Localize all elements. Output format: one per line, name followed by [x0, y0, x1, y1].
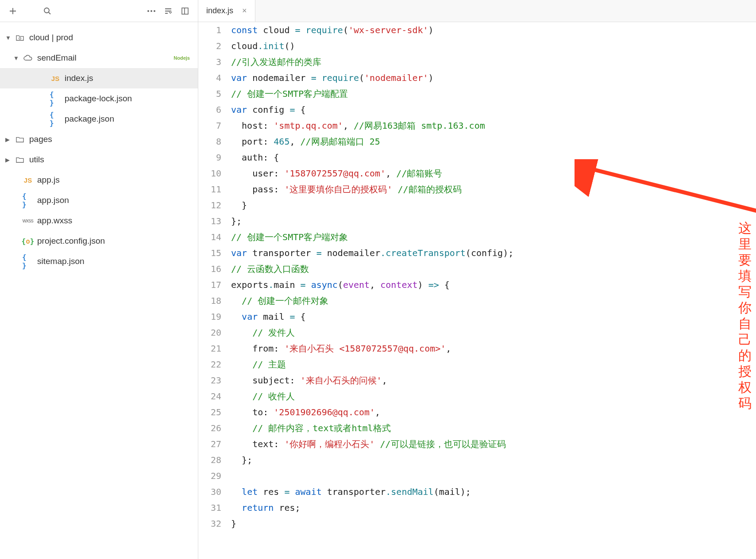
tree-item-sendemail[interactable]: ▼sendEmailNodejs	[0, 48, 198, 68]
tree-item-cloud---prod[interactable]: ▼cloud | prod	[0, 27, 198, 48]
collapse-button[interactable]	[160, 3, 177, 19]
code-line[interactable]: // 创建一个SMTP客户端配置	[231, 86, 756, 102]
code-token: var	[231, 73, 247, 83]
code-line[interactable]: text: '你好啊，编程小石头' //可以是链接，也可以是验证码	[231, 436, 756, 452]
json-icon: { }	[50, 114, 61, 124]
tree-item-package-lock-json[interactable]: { }package-lock.json	[0, 88, 198, 109]
code-line[interactable]: // 主题	[231, 356, 756, 372]
code-token: // 发件人	[252, 327, 295, 338]
code-token: exports	[231, 280, 268, 290]
tree-item-app-js[interactable]: JSapp.js	[0, 170, 198, 190]
folder-icon	[14, 134, 26, 144]
code-line[interactable]: var transporter = nodemailer.createTrans…	[231, 245, 756, 261]
tree-item-label: package.json	[65, 114, 198, 124]
code-line[interactable]: // 创建一个邮件对象	[231, 293, 756, 309]
code-line[interactable]: // 创建一个SMTP客户端对象	[231, 229, 756, 245]
code-token: 'wx-server-sdk'	[348, 25, 428, 35]
code-line[interactable]: var nodemailer = require('nodemailer')	[231, 70, 756, 86]
line-number: 22	[198, 356, 221, 372]
line-number: 6	[198, 102, 221, 118]
tree-item-utils[interactable]: ▶utils	[0, 149, 198, 170]
expand-arrow-icon[interactable]: ▶	[5, 136, 14, 143]
line-number: 17	[198, 277, 221, 293]
expand-arrow-icon[interactable]: ▶	[5, 157, 14, 163]
code-token: };	[231, 455, 252, 465]
tree-item-sitemap-json[interactable]: { }sitemap.json	[0, 251, 198, 272]
code-line[interactable]: subject: '来自小石头的问候',	[231, 372, 756, 388]
tab-indexjs[interactable]: index.js ×	[198, 0, 255, 22]
code-token: (	[338, 280, 343, 290]
svg-point-5	[19, 38, 21, 39]
code-line[interactable]: return res;	[231, 500, 756, 516]
line-number: 15	[198, 245, 221, 261]
code-line[interactable]: const cloud = require('wx-server-sdk')	[231, 22, 756, 38]
code-token: // 创建一个邮件对象	[242, 295, 328, 306]
line-number: 30	[198, 484, 221, 500]
code-line[interactable]: // 邮件内容，text或者html格式	[231, 420, 756, 436]
code-line[interactable]: user: '1587072557@qq.com', //邮箱账号	[231, 165, 756, 181]
file-explorer: ▼cloud | prod▼sendEmailNodejsJSindex.js{…	[0, 22, 198, 559]
code-line[interactable]: from: '来自小石头 <1587072557@qq.com>',	[231, 341, 756, 356]
code-line[interactable]: host: 'smtp.qq.com', //网易163邮箱 smtp.163.…	[231, 118, 756, 134]
tree-item-index-js[interactable]: JSindex.js	[0, 68, 198, 88]
annotation-text: 这里要填写你自己的授权码	[738, 220, 756, 411]
code-token: event	[343, 280, 370, 290]
tree-item-app-json[interactable]: { }app.json	[0, 190, 198, 211]
cloud-icon	[22, 53, 34, 63]
code-line[interactable]: pass: '这里要填你自己的授权码' //邮箱的授权码	[231, 181, 756, 197]
line-number: 26	[198, 420, 221, 436]
code-token: await	[295, 486, 322, 497]
code-line[interactable]: auth: {	[231, 149, 756, 165]
code-editor[interactable]: 1234567891011121314151617181920212223242…	[198, 22, 756, 559]
code-line[interactable]: to: '2501902696@qq.com',	[231, 404, 756, 420]
code-token: =	[284, 486, 289, 497]
code-line[interactable]: //引入发送邮件的类库	[231, 54, 756, 70]
code-line[interactable]: exports.main = async(event, context) => …	[231, 277, 756, 293]
expand-arrow-icon[interactable]: ▼	[5, 34, 14, 41]
code-line[interactable]: // 收件人	[231, 388, 756, 404]
code-token: context	[380, 280, 417, 290]
code-line[interactable]: port: 465, //网易邮箱端口 25	[231, 134, 756, 149]
tree-item-pages[interactable]: ▶pages	[0, 129, 198, 149]
code-line[interactable]: // 云函数入口函数	[231, 261, 756, 277]
add-button[interactable]	[4, 3, 21, 19]
code-token: var	[231, 248, 247, 258]
search-button[interactable]	[39, 3, 56, 19]
code-line[interactable]: var config = {	[231, 102, 756, 118]
more-button[interactable]	[143, 3, 160, 19]
tree-item-label: app.wxss	[37, 216, 198, 226]
code-token: '你好啊，编程小石头'	[284, 439, 374, 449]
code-token	[316, 73, 322, 83]
line-number: 27	[198, 436, 221, 452]
code-token: (mail);	[434, 486, 471, 497]
code-token	[393, 184, 398, 195]
code-token: user:	[231, 168, 284, 179]
code-token: return	[242, 502, 274, 513]
tree-item-app-wxss[interactable]: wxssapp.wxss	[0, 211, 198, 231]
expand-arrow-icon[interactable]: ▼	[13, 55, 22, 61]
code-token: ,	[343, 120, 354, 131]
code-token: res	[258, 486, 284, 497]
tree-item-package-json[interactable]: { }package.json	[0, 109, 198, 129]
code-line[interactable]: var mail = {	[231, 309, 756, 325]
code-line[interactable]: };	[231, 213, 756, 229]
code-line[interactable]: }	[231, 197, 756, 213]
code-token: =	[311, 73, 316, 83]
code-token: from:	[231, 343, 284, 354]
line-number: 23	[198, 372, 221, 388]
code-area[interactable]: const cloud = require('wx-server-sdk')cl…	[231, 22, 756, 559]
code-line[interactable]: // 发件人	[231, 325, 756, 341]
code-line[interactable]: };	[231, 452, 756, 468]
code-line[interactable]: }	[231, 516, 756, 532]
code-line[interactable]: let res = await transporter.sendMail(mai…	[231, 484, 756, 500]
code-token: ,	[382, 375, 387, 386]
code-token: //引入发送邮件的类库	[231, 57, 321, 67]
code-line[interactable]	[231, 468, 756, 484]
close-tab-icon[interactable]: ×	[242, 6, 247, 15]
code-token: {	[295, 311, 306, 322]
code-line[interactable]: cloud.init()	[231, 38, 756, 54]
layout-button[interactable]	[177, 3, 193, 19]
code-token: let	[242, 486, 258, 497]
tree-item-project-config-json[interactable]: {o}project.config.json	[0, 231, 198, 251]
code-token: ()	[284, 41, 295, 51]
